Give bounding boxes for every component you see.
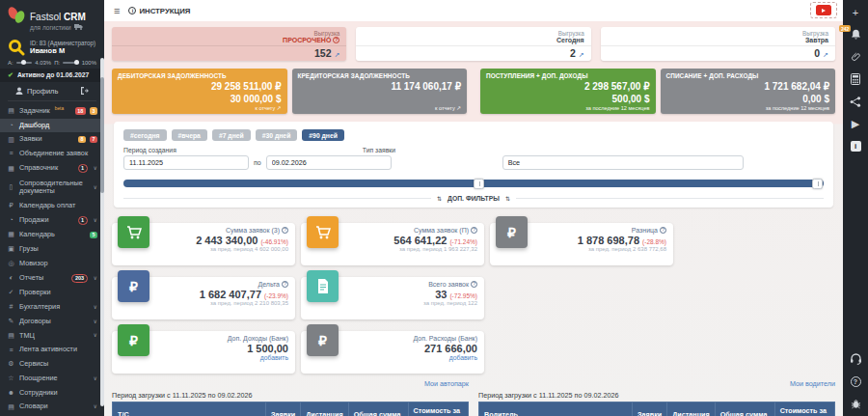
report-link[interactable]: к отчету ↗ — [298, 105, 462, 111]
metric-cards: Сумма заявок (3)? 2 443 340,00 (-46.91%)… — [104, 215, 843, 375]
chip-7days[interactable]: #7 дней — [212, 129, 251, 141]
movizor-icon: ◎ — [7, 260, 15, 267]
sidebar-item-tmc[interactable]: ▤ТМЦ∨ — [0, 328, 104, 343]
sidebar-item-accompanying-docs[interactable]: ▯Сопроводительные документы∨ — [0, 176, 104, 198]
metric-total-orders: Всего заявок? 33 (-72.95%) за пред. пери… — [301, 277, 484, 319]
sidebar-item-dictionaries[interactable]: ▤Словари∨ — [0, 400, 104, 414]
sidebar-item-movizor[interactable]: ◎Мовизор — [0, 257, 104, 271]
external-link-icon[interactable]: ↗ — [579, 51, 584, 58]
check-icon: ✔ — [8, 71, 14, 79]
sidebar-item-contracts[interactable]: ✎Договоры∨ — [0, 315, 104, 329]
chip-90days[interactable]: #90 дней — [302, 129, 344, 141]
more-filters-toggle[interactable]: ⇅ ДОП. ФИЛЬТРЫ ⇅ — [123, 195, 824, 202]
report-link[interactable]: к отчету ↗ — [118, 105, 282, 111]
chip-today[interactable]: #сегодня — [123, 129, 167, 141]
hamburger-menu-icon[interactable]: ≡ — [114, 5, 120, 16]
sidebar-item-services[interactable]: ⚙Сервисы — [0, 357, 104, 372]
add-expense-link[interactable]: добавить — [347, 354, 477, 361]
date-to-input[interactable] — [266, 155, 392, 170]
logo[interactable]: Fastsol CRM для логистики — [0, 0, 104, 37]
collapse-icon: ⇅ — [437, 195, 442, 202]
accounting-icon: # — [7, 303, 15, 311]
sidebar-item-sales[interactable]: ◔Продажи1∨ — [0, 212, 104, 228]
chip-30days[interactable]: #30 дней — [256, 129, 298, 141]
sidebar-item-activity-feed[interactable]: ≡Лента активности — [0, 343, 104, 357]
sidebar-item-checks[interactable]: ✓Проверки — [0, 286, 104, 300]
user-block: ID: 83 (Администратор) Иванов М А:4.03% … — [0, 37, 104, 101]
cargo-icon: ▣ — [7, 245, 15, 253]
help-circle-icon[interactable]: ? — [471, 227, 477, 234]
help-circle-icon[interactable]: ? — [471, 281, 477, 288]
calculator-icon[interactable] — [848, 72, 863, 86]
sidebar-item-accounting[interactable]: #Бухгалтерия∨ — [0, 300, 104, 315]
logout-icon[interactable] — [80, 87, 89, 95]
sidebar-item-cargo[interactable]: ▣Грузы — [0, 242, 104, 257]
sidebar-item-tasks[interactable]: ▤Задачникbeta183 — [0, 104, 104, 119]
date-from-input[interactable] — [123, 155, 249, 170]
unload-cards: Выгрузка ПРОСРОЧЕНО? 152 ↗ Выгрузка Сего… — [104, 21, 843, 66]
my-fleet-link[interactable]: Мои автопарк — [112, 379, 469, 388]
user-name: Иванов М — [30, 46, 95, 55]
sidebar-item-rewards[interactable]: ☆Поощрение∨ — [0, 372, 104, 386]
badge: 8 — [78, 136, 86, 143]
sidebar-item-employees[interactable]: ☻Сотрудники — [0, 385, 104, 400]
bug-report-icon[interactable] — [848, 397, 863, 410]
chip-yesterday[interactable]: #вчера — [172, 129, 207, 141]
help-circle-icon[interactable]: ? — [282, 227, 288, 234]
help-icon[interactable]: ? — [848, 374, 863, 388]
instruction-link[interactable]: i ИНСТРУКЦИЯ — [128, 7, 190, 15]
sidebar-item-orders[interactable]: ▥Заявки87 — [0, 132, 104, 147]
sidebar-item-order-merge[interactable]: ≡Объединение заявок — [0, 147, 104, 161]
unload-tomorrow-card[interactable]: Выгрузка Завтра 0 ↗ — [601, 27, 835, 61]
sidebar-item-dashboard[interactable]: ◔Дашборд — [0, 119, 104, 133]
share-network-icon[interactable] — [848, 95, 863, 108]
sidebar-scrollbar[interactable] — [100, 58, 104, 406]
add-button[interactable]: + — [848, 6, 863, 19]
sidebar-item-reports[interactable]: ◐Отчеты203∨ — [0, 270, 104, 286]
checks-icon: ✓ — [7, 289, 15, 296]
employees-icon: ☻ — [7, 389, 15, 397]
chevron-down-icon: ∨ — [94, 304, 97, 311]
order-type-label: Тип заявки — [363, 147, 395, 153]
unload-today-card[interactable]: Выгрузка Сегодня 2 ↗ — [356, 27, 590, 61]
sidebar-item-directory[interactable]: ▦Справочник1∨ — [0, 161, 104, 177]
ratio-p-slider[interactable] — [63, 62, 78, 64]
my-drivers-link[interactable]: Мои водители — [478, 379, 835, 388]
add-income-link[interactable]: добавить — [158, 354, 288, 361]
ratio-a-slider[interactable] — [16, 62, 32, 64]
dashboard-icon: ◔ — [7, 122, 15, 129]
profile-link[interactable]: Профиль — [8, 82, 96, 101]
metric-extra-income: ₽ Доп. Доходы (Банк) 1 500,00 добавить — [112, 331, 295, 374]
chevron-down-icon: ∨ — [94, 184, 97, 191]
period-label: Период создания — [123, 147, 176, 153]
chevron-down-icon: ∨ — [94, 403, 97, 410]
slider-handle-left[interactable] — [474, 179, 484, 189]
cart-icon — [307, 216, 339, 248]
logo-title: Fastsol CRM — [30, 12, 86, 22]
sidebar-item-calendar[interactable]: ▦Календарь5 — [0, 228, 104, 242]
metric-difference: ₽ Разница? 1 878 698,78 (-28.8%) за пред… — [490, 223, 673, 265]
youtube-button[interactable] — [810, 2, 837, 18]
external-link-icon[interactable]: ↗ — [334, 51, 339, 58]
links-paperclip-icon[interactable] — [848, 50, 863, 64]
expenses-card: СПИСАНИЕ + ДОП. РАСХОДЫ 1 721 682,04 ₽0,… — [661, 69, 836, 114]
to-label: по — [254, 159, 261, 166]
metric-delta: ₽ Дельта? 1 682 407,77 (-23.9%) за пред.… — [112, 277, 295, 319]
directory-icon: ▦ — [7, 165, 15, 173]
external-link-icon[interactable]: ↗ — [823, 51, 828, 58]
play-icon[interactable]: ▶ — [848, 117, 863, 130]
notifications-bell-icon[interactable]: 242 — [848, 28, 863, 42]
logo-beans-icon — [8, 7, 25, 24]
cart-icon — [118, 216, 149, 248]
slider-handle-right[interactable] — [812, 179, 823, 189]
help-circle-icon[interactable]: ? — [282, 281, 288, 288]
badge: 7 — [90, 136, 97, 143]
sidebar-item-payment-calendar[interactable]: ₽Календарь оплат — [0, 199, 104, 213]
support-headset-icon[interactable] — [848, 352, 863, 366]
info-icon[interactable]: i — [848, 139, 863, 153]
help-circle-icon[interactable]: ? — [660, 227, 666, 234]
unload-overdue-card[interactable]: Выгрузка ПРОСРОЧЕНО? 152 ↗ — [112, 27, 346, 61]
range-slider[interactable] — [123, 180, 824, 187]
order-type-select[interactable]: Все — [502, 155, 744, 170]
drivers-table-block: Мои водители Период загрузки с 11.11.202… — [478, 379, 835, 416]
